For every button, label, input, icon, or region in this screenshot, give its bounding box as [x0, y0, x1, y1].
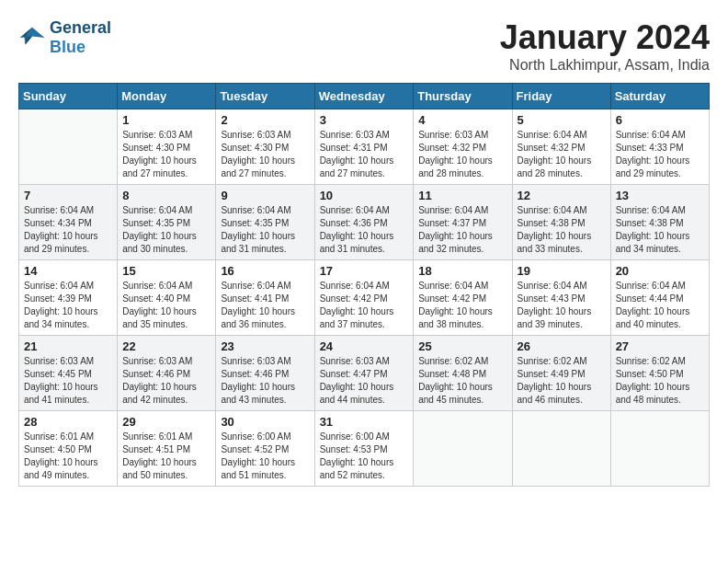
logo-icon [18, 24, 46, 52]
day-number: 13 [616, 189, 704, 202]
day-info: Sunrise: 6:04 AMSunset: 4:35 PMDaylight:… [122, 204, 210, 256]
calendar-cell: 31Sunrise: 6:00 AMSunset: 4:53 PMDayligh… [314, 411, 414, 487]
day-number: 20 [616, 264, 704, 278]
day-info: Sunrise: 6:03 AMSunset: 4:32 PMDaylight:… [418, 129, 506, 180]
calendar-cell: 25Sunrise: 6:02 AMSunset: 4:48 PMDayligh… [414, 336, 512, 411]
day-number: 6 [616, 113, 704, 127]
calendar-cell: 9Sunrise: 6:04 AMSunset: 4:35 PMDaylight… [216, 185, 314, 260]
day-info: Sunrise: 6:04 AMSunset: 4:36 PMDaylight:… [320, 204, 409, 256]
day-info: Sunrise: 6:00 AMSunset: 4:52 PMDaylight:… [221, 431, 309, 482]
day-info: Sunrise: 6:01 AMSunset: 4:51 PMDaylight:… [122, 431, 210, 482]
day-number: 31 [320, 415, 409, 429]
calendar-cell: 6Sunrise: 6:04 AMSunset: 4:33 PMDaylight… [610, 109, 709, 185]
calendar-cell: 12Sunrise: 6:04 AMSunset: 4:38 PMDayligh… [512, 185, 610, 260]
calendar-cell [610, 411, 709, 487]
calendar-cell: 30Sunrise: 6:00 AMSunset: 4:52 PMDayligh… [216, 411, 314, 487]
header-thursday: Thursday [414, 84, 512, 109]
day-info: Sunrise: 6:00 AMSunset: 4:53 PMDaylight:… [320, 431, 409, 482]
day-number: 5 [518, 113, 606, 127]
header-tuesday: Tuesday [216, 84, 314, 109]
calendar-cell: 28Sunrise: 6:01 AMSunset: 4:50 PMDayligh… [19, 411, 118, 487]
calendar-cell: 10Sunrise: 6:04 AMSunset: 4:36 PMDayligh… [314, 185, 414, 260]
day-info: Sunrise: 6:04 AMSunset: 4:38 PMDaylight:… [616, 204, 704, 256]
day-info: Sunrise: 6:04 AMSunset: 4:44 PMDaylight:… [616, 280, 704, 331]
day-number: 30 [221, 415, 309, 429]
day-info: Sunrise: 6:04 AMSunset: 4:34 PMDaylight:… [24, 204, 112, 256]
day-info: Sunrise: 6:04 AMSunset: 4:33 PMDaylight:… [616, 129, 704, 180]
calendar-cell: 21Sunrise: 6:03 AMSunset: 4:45 PMDayligh… [19, 336, 118, 411]
day-info: Sunrise: 6:03 AMSunset: 4:46 PMDaylight:… [221, 355, 309, 407]
logo: General Blue [18, 18, 111, 57]
day-info: Sunrise: 6:02 AMSunset: 4:49 PMDaylight:… [518, 355, 606, 407]
day-number: 10 [320, 189, 409, 202]
day-number: 14 [24, 264, 112, 278]
calendar-cell: 26Sunrise: 6:02 AMSunset: 4:49 PMDayligh… [512, 336, 610, 411]
header-friday: Friday [512, 84, 610, 109]
calendar-cell [19, 109, 118, 185]
day-info: Sunrise: 6:02 AMSunset: 4:50 PMDaylight:… [616, 355, 704, 407]
day-number: 17 [320, 264, 409, 278]
day-number: 15 [122, 264, 210, 278]
calendar-cell: 18Sunrise: 6:04 AMSunset: 4:42 PMDayligh… [414, 260, 512, 336]
day-info: Sunrise: 6:04 AMSunset: 4:40 PMDaylight:… [122, 280, 210, 331]
calendar-cell: 11Sunrise: 6:04 AMSunset: 4:37 PMDayligh… [414, 185, 512, 260]
calendar-cell: 15Sunrise: 6:04 AMSunset: 4:40 PMDayligh… [118, 260, 216, 336]
calendar-cell: 3Sunrise: 6:03 AMSunset: 4:31 PMDaylight… [314, 109, 414, 185]
day-number: 23 [221, 339, 309, 353]
day-number: 19 [518, 264, 606, 278]
day-info: Sunrise: 6:04 AMSunset: 4:37 PMDaylight:… [418, 204, 506, 256]
calendar-week-2: 7Sunrise: 6:04 AMSunset: 4:34 PMDaylight… [19, 185, 710, 260]
calendar-cell: 1Sunrise: 6:03 AMSunset: 4:30 PMDaylight… [118, 109, 216, 185]
day-number: 18 [418, 264, 506, 278]
day-info: Sunrise: 6:04 AMSunset: 4:43 PMDaylight:… [518, 280, 606, 331]
day-info: Sunrise: 6:04 AMSunset: 4:32 PMDaylight:… [518, 129, 606, 180]
calendar-cell: 7Sunrise: 6:04 AMSunset: 4:34 PMDaylight… [19, 185, 118, 260]
day-number: 22 [122, 339, 210, 353]
calendar-cell [414, 411, 512, 487]
calendar-cell: 16Sunrise: 6:04 AMSunset: 4:41 PMDayligh… [216, 260, 314, 336]
calendar-cell: 24Sunrise: 6:03 AMSunset: 4:47 PMDayligh… [314, 336, 414, 411]
calendar-header-row: SundayMondayTuesdayWednesdayThursdayFrid… [19, 84, 710, 109]
header-wednesday: Wednesday [314, 84, 414, 109]
day-info: Sunrise: 6:04 AMSunset: 4:42 PMDaylight:… [320, 280, 409, 331]
day-info: Sunrise: 6:04 AMSunset: 4:38 PMDaylight:… [518, 204, 606, 256]
day-number: 21 [24, 339, 112, 353]
header-saturday: Saturday [610, 84, 709, 109]
logo-text: General Blue [50, 18, 111, 57]
calendar-cell: 27Sunrise: 6:02 AMSunset: 4:50 PMDayligh… [610, 336, 709, 411]
day-number: 12 [518, 189, 606, 202]
calendar-cell: 4Sunrise: 6:03 AMSunset: 4:32 PMDaylight… [414, 109, 512, 185]
day-info: Sunrise: 6:04 AMSunset: 4:39 PMDaylight:… [24, 280, 112, 331]
calendar-week-3: 14Sunrise: 6:04 AMSunset: 4:39 PMDayligh… [19, 260, 710, 336]
day-info: Sunrise: 6:03 AMSunset: 4:31 PMDaylight:… [320, 129, 409, 180]
calendar-cell: 20Sunrise: 6:04 AMSunset: 4:44 PMDayligh… [610, 260, 709, 336]
calendar-cell: 23Sunrise: 6:03 AMSunset: 4:46 PMDayligh… [216, 336, 314, 411]
day-info: Sunrise: 6:04 AMSunset: 4:41 PMDaylight:… [221, 280, 309, 331]
day-info: Sunrise: 6:03 AMSunset: 4:30 PMDaylight:… [122, 129, 210, 180]
header-monday: Monday [118, 84, 216, 109]
day-number: 25 [418, 339, 506, 353]
day-info: Sunrise: 6:03 AMSunset: 4:30 PMDaylight:… [221, 129, 309, 180]
calendar-cell [512, 411, 610, 487]
day-number: 2 [221, 113, 309, 127]
day-number: 7 [24, 189, 112, 202]
location-subtitle: North Lakhimpur, Assam, India [500, 57, 710, 74]
calendar-cell: 5Sunrise: 6:04 AMSunset: 4:32 PMDaylight… [512, 109, 610, 185]
day-info: Sunrise: 6:03 AMSunset: 4:47 PMDaylight:… [320, 355, 409, 407]
calendar-week-5: 28Sunrise: 6:01 AMSunset: 4:50 PMDayligh… [19, 411, 710, 487]
calendar-cell: 2Sunrise: 6:03 AMSunset: 4:30 PMDaylight… [216, 109, 314, 185]
calendar-table: SundayMondayTuesdayWednesdayThursdayFrid… [18, 83, 710, 487]
day-info: Sunrise: 6:03 AMSunset: 4:45 PMDaylight:… [24, 355, 112, 407]
day-number: 9 [221, 189, 309, 202]
calendar-cell: 13Sunrise: 6:04 AMSunset: 4:38 PMDayligh… [610, 185, 709, 260]
month-title: January 2024 [500, 18, 710, 57]
day-number: 16 [221, 264, 309, 278]
header-sunday: Sunday [19, 84, 118, 109]
day-info: Sunrise: 6:03 AMSunset: 4:46 PMDaylight:… [122, 355, 210, 407]
day-number: 8 [122, 189, 210, 202]
day-number: 1 [122, 113, 210, 127]
day-number: 4 [418, 113, 506, 127]
day-number: 27 [616, 339, 704, 353]
day-info: Sunrise: 6:04 AMSunset: 4:35 PMDaylight:… [221, 204, 309, 256]
calendar-cell: 19Sunrise: 6:04 AMSunset: 4:43 PMDayligh… [512, 260, 610, 336]
